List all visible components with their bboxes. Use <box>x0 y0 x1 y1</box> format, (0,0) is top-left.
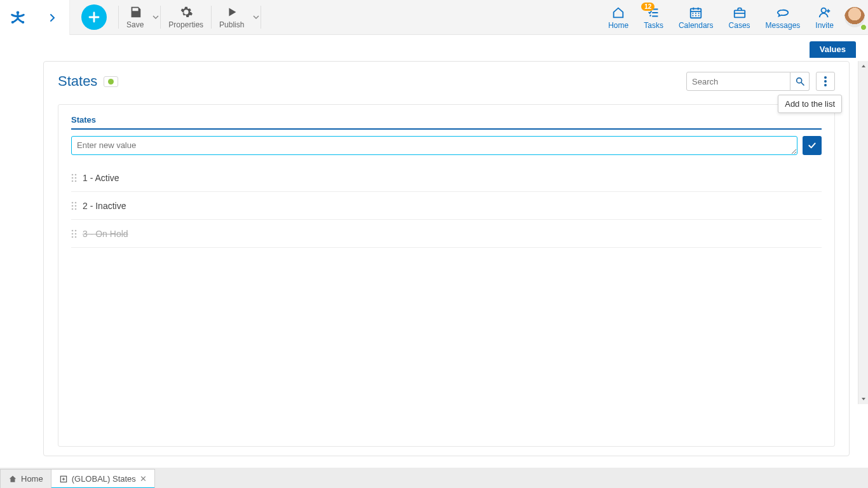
svg-point-23 <box>75 229 77 231</box>
invite-icon <box>817 5 832 20</box>
chevron-down-icon <box>253 14 259 20</box>
list-item-label: 2 - Inactive <box>83 201 126 211</box>
briefcase-icon <box>732 5 747 20</box>
save-dropdown[interactable] <box>151 0 160 34</box>
svg-point-19 <box>75 205 77 207</box>
new-value-row <box>71 136 822 155</box>
list-item[interactable]: 1 - Active <box>71 164 822 192</box>
svg-point-21 <box>75 208 77 210</box>
svg-point-5 <box>821 8 825 12</box>
new-value-input[interactable] <box>71 136 797 155</box>
values-list: 1 - Active2 - Inactive3 - On Hold <box>71 164 822 248</box>
search-button[interactable] <box>790 72 810 91</box>
chevron-right-icon <box>49 13 55 22</box>
check-icon <box>807 140 817 151</box>
footer-tab-home[interactable]: Home <box>0 469 51 488</box>
chat-icon <box>775 5 790 20</box>
svg-point-25 <box>75 233 77 234</box>
svg-point-24 <box>72 233 74 234</box>
app-logo-icon <box>9 9 27 27</box>
list-item-label: 1 - Active <box>83 173 119 183</box>
properties-button[interactable]: Properties <box>161 0 211 34</box>
definition-icon <box>59 475 68 484</box>
svg-point-18 <box>72 205 74 207</box>
svg-point-22 <box>72 229 74 231</box>
more-menu-button[interactable] <box>816 72 835 91</box>
floppy-icon <box>128 5 142 19</box>
svg-point-20 <box>72 208 74 210</box>
drag-handle-icon[interactable] <box>71 173 78 182</box>
nav-home[interactable]: Home <box>600 0 636 34</box>
values-card: Add to the list States 1 - Active2 - Ina… <box>58 104 835 447</box>
svg-point-7 <box>824 76 827 79</box>
svg-point-15 <box>75 180 77 182</box>
user-avatar[interactable] <box>841 0 868 34</box>
gear-icon <box>179 5 193 19</box>
save-button[interactable]: Save <box>119 0 151 34</box>
svg-point-1 <box>11 20 13 23</box>
nav-calendars[interactable]: Calendars <box>671 0 721 34</box>
plus-icon <box>88 11 100 24</box>
home-icon <box>8 475 17 484</box>
nav-tasks[interactable]: 12 Tasks <box>636 0 671 34</box>
tasks-badge: 12 <box>641 3 654 11</box>
scroll-down-icon[interactable] <box>858 394 868 404</box>
svg-point-17 <box>75 201 77 203</box>
page-shell: Values States <box>0 35 868 468</box>
main-panel: States Add to the list States <box>43 61 850 456</box>
svg-point-12 <box>72 177 74 179</box>
kebab-icon <box>824 76 827 86</box>
home-icon <box>611 5 626 20</box>
top-toolbar: Save Properties Publish Home 12 Tasks <box>0 0 868 35</box>
drag-handle-icon[interactable] <box>71 229 78 238</box>
footer-open-label: (GLOBAL) States <box>72 474 136 484</box>
svg-point-14 <box>72 180 74 182</box>
nav-invite[interactable]: Invite <box>808 0 841 34</box>
search-input[interactable] <box>686 72 790 91</box>
close-icon[interactable]: ✕ <box>140 474 147 484</box>
calendar-icon <box>688 5 703 20</box>
list-item[interactable]: 3 - On Hold <box>71 220 822 248</box>
svg-rect-4 <box>734 10 745 17</box>
svg-point-27 <box>75 236 77 238</box>
add-tooltip: Add to the list <box>778 95 842 113</box>
chevron-down-icon <box>153 14 159 20</box>
nav-messages[interactable]: Messages <box>758 0 808 34</box>
svg-point-10 <box>72 173 74 175</box>
list-item[interactable]: 2 - Inactive <box>71 192 822 220</box>
svg-point-13 <box>75 177 77 179</box>
publish-button[interactable]: Publish <box>212 0 252 34</box>
tab-values[interactable]: Values <box>810 41 856 58</box>
status-dot-icon <box>108 79 114 85</box>
save-label: Save <box>126 20 144 29</box>
svg-point-8 <box>824 80 827 83</box>
scroll-up-icon[interactable] <box>858 61 868 71</box>
presence-dot <box>860 24 867 30</box>
svg-point-9 <box>824 84 827 86</box>
footer-home-label: Home <box>21 474 43 484</box>
publish-label: Publish <box>219 20 244 29</box>
properties-label: Properties <box>168 20 203 29</box>
svg-point-2 <box>22 20 24 23</box>
create-button[interactable] <box>81 4 107 30</box>
panel-header: States <box>44 62 849 95</box>
app-logo[interactable] <box>0 0 35 35</box>
section-label: States <box>71 115 822 130</box>
sidebar-expand-button[interactable] <box>35 0 70 35</box>
drag-handle-icon[interactable] <box>71 201 78 210</box>
confirm-add-button[interactable] <box>803 136 822 155</box>
scrollbar[interactable] <box>858 61 868 404</box>
search-icon <box>795 76 805 86</box>
footer-tab-open[interactable]: (GLOBAL) States ✕ <box>51 469 155 488</box>
svg-point-16 <box>72 201 74 203</box>
footer-tabs: Home (GLOBAL) States ✕ <box>0 468 868 488</box>
page-title: States <box>58 73 97 90</box>
svg-point-11 <box>75 173 77 175</box>
status-chip[interactable] <box>104 76 118 87</box>
svg-point-26 <box>72 236 74 238</box>
nav-cases[interactable]: Cases <box>721 0 758 34</box>
publish-dropdown[interactable] <box>252 0 261 34</box>
play-icon <box>225 5 239 19</box>
list-item-label: 3 - On Hold <box>83 229 128 239</box>
